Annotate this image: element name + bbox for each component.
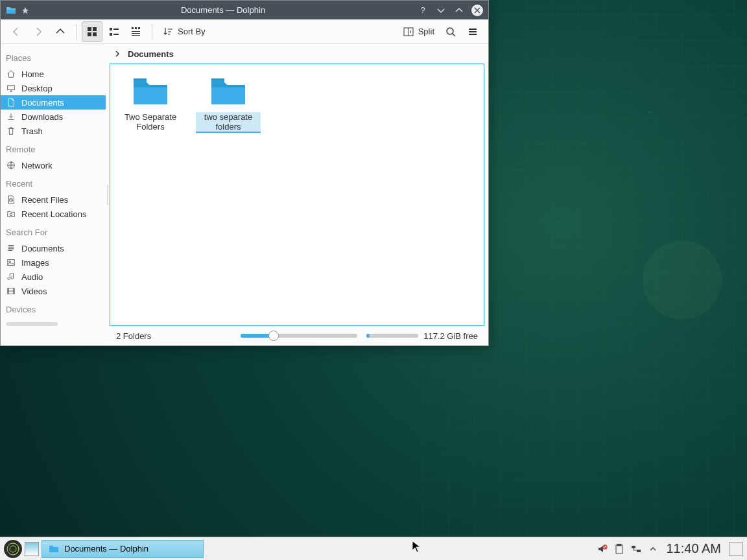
- sidebar-label: Desktop: [21, 84, 53, 93]
- sidebar-label: Recent Locations: [21, 209, 86, 219]
- folder-item[interactable]: Two Separate Folders: [118, 72, 183, 133]
- svg-rect-29: [617, 544, 621, 546]
- audio-icon: [6, 272, 16, 282]
- sidebar-label: Documents: [21, 244, 64, 253]
- sidebar-header-recent: Recent: [1, 172, 106, 192]
- file-view[interactable]: Two Separate Folders two separate folder…: [110, 64, 484, 326]
- minimize-button[interactable]: [435, 5, 447, 16]
- virtual-desktop-pager[interactable]: [25, 542, 39, 556]
- svg-rect-0: [88, 27, 91, 31]
- svg-rect-4: [110, 28, 112, 30]
- toolbar: Sort By Split: [1, 19, 488, 44]
- sidebar-item-search-documents[interactable]: Documents: [1, 241, 106, 255]
- dolphin-window: Documents — Dolphin ? Sort By Split: [0, 0, 489, 346]
- desktop-icon: [6, 83, 16, 93]
- show-desktop-button[interactable]: [729, 542, 743, 556]
- folder-icon: [49, 544, 59, 554]
- maximize-button[interactable]: [453, 5, 465, 16]
- recent-locations-icon: [6, 209, 16, 219]
- svg-rect-13: [132, 35, 140, 36]
- toolbar-separator: [152, 24, 152, 40]
- svg-rect-20: [8, 260, 15, 266]
- back-button[interactable]: [6, 21, 27, 42]
- svg-rect-10: [138, 27, 140, 29]
- sidebar-label: Home: [21, 69, 44, 79]
- help-button[interactable]: ?: [417, 5, 429, 16]
- sidebar-item-search-images[interactable]: Images: [1, 255, 106, 270]
- sidebar-item-home[interactable]: Home: [1, 67, 106, 81]
- compact-view-icon: [108, 26, 120, 38]
- sort-icon: [162, 26, 174, 38]
- sidebar-item-recent-locations[interactable]: Recent Locations: [1, 207, 106, 221]
- folder-icon: [132, 76, 169, 107]
- sidebar-label: Network: [21, 161, 53, 170]
- sidebar-label: Images: [21, 258, 49, 268]
- sidebar-label: Documents: [21, 98, 64, 108]
- svg-rect-8: [132, 27, 134, 29]
- sidebar-label: Recent Files: [21, 195, 68, 205]
- svg-rect-23: [134, 78, 147, 84]
- details-view-icon: [130, 26, 142, 38]
- split-button[interactable]: Split: [398, 21, 439, 42]
- text-icon: [6, 243, 16, 253]
- svg-rect-6: [110, 33, 112, 36]
- sidebar-item-recent-files[interactable]: Recent Files: [1, 192, 106, 207]
- network-icon: [6, 160, 16, 170]
- sidebar-scrollbar[interactable]: [6, 322, 58, 326]
- sidebar-item-desktop[interactable]: Desktop: [1, 81, 106, 95]
- titlebar[interactable]: Documents — Dolphin ?: [1, 1, 488, 19]
- sidebar-item-network[interactable]: Network: [1, 158, 106, 172]
- window-title: Documents — Dolphin: [29, 5, 417, 15]
- places-panel: Places Home Desktop Documents Downloads …: [1, 44, 106, 345]
- menu-button[interactable]: [462, 21, 483, 42]
- folder-name: Two Separate Folders: [118, 112, 183, 132]
- taskbar-clock[interactable]: 11:40 AM: [666, 541, 721, 556]
- compact-view-button[interactable]: [104, 21, 124, 42]
- taskbar-entry-label: Documents — Dolphin: [64, 544, 148, 554]
- folder-name: two separate folders: [196, 112, 261, 133]
- clipboard-icon[interactable]: [614, 544, 624, 554]
- app-launcher[interactable]: [4, 540, 22, 558]
- disk-bar: [366, 334, 418, 338]
- sidebar-header-search: Search For: [1, 221, 106, 241]
- svg-rect-3: [93, 32, 97, 36]
- zoom-slider[interactable]: [241, 334, 357, 338]
- breadcrumb-chevron-icon[interactable]: [113, 50, 121, 58]
- up-button[interactable]: [50, 21, 71, 42]
- sidebar-item-downloads[interactable]: Downloads: [1, 110, 106, 124]
- sidebar-header-remote: Remote: [1, 138, 106, 158]
- svg-rect-5: [113, 29, 119, 30]
- sidebar-label: Downloads: [21, 112, 63, 122]
- up-icon: [54, 26, 66, 38]
- sort-button[interactable]: Sort By: [158, 21, 210, 42]
- sidebar-item-search-audio[interactable]: Audio: [1, 270, 106, 284]
- home-icon: [6, 69, 16, 79]
- toolbar-separator: [76, 24, 77, 40]
- trash-icon: [6, 126, 16, 136]
- details-view-button[interactable]: [126, 21, 147, 42]
- svg-rect-11: [132, 31, 140, 32]
- tray-expand-icon[interactable]: [648, 544, 658, 554]
- forward-icon: [32, 26, 44, 38]
- volume-muted-icon[interactable]: [597, 544, 608, 554]
- sidebar-header-devices: Devices: [1, 298, 106, 318]
- close-button[interactable]: [471, 5, 483, 16]
- search-button[interactable]: [440, 21, 461, 42]
- icons-view-button[interactable]: [82, 21, 102, 42]
- taskbar-entry-dolphin[interactable]: Documents — Dolphin: [42, 540, 204, 558]
- breadcrumb[interactable]: Documents: [110, 44, 484, 64]
- folder-icon: [210, 76, 246, 107]
- sidebar-label: Videos: [21, 286, 47, 296]
- sidebar-item-documents[interactable]: Documents: [1, 95, 106, 110]
- svg-point-15: [447, 28, 453, 34]
- folder-item[interactable]: two separate folders: [196, 72, 261, 133]
- sidebar-item-search-videos[interactable]: Videos: [1, 284, 106, 298]
- sidebar-item-trash[interactable]: Trash: [1, 124, 106, 138]
- icons-view-icon: [86, 26, 98, 38]
- breadcrumb-current[interactable]: Documents: [128, 49, 174, 59]
- network-tray-icon[interactable]: [631, 544, 641, 554]
- forward-button[interactable]: [28, 21, 49, 42]
- disk-usage: 117.2 GiB free: [366, 331, 478, 341]
- pin-icon[interactable]: [21, 6, 29, 14]
- search-icon: [445, 26, 456, 38]
